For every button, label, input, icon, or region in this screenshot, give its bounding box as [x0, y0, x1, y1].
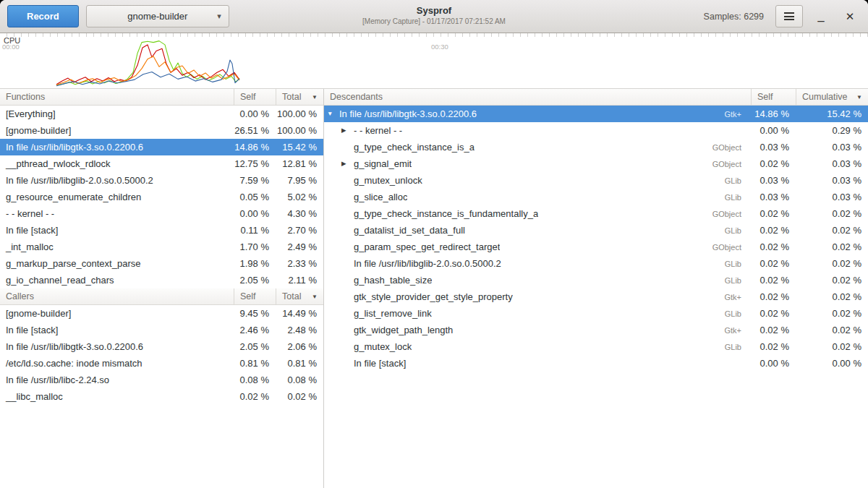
self-percent: 0.02 %: [234, 391, 276, 402]
function-row[interactable]: In file /usr/lib/libglib-2.0.so.0.5000.2…: [0, 172, 323, 189]
symbol-name: g_slice_alloc: [354, 192, 407, 202]
library-badge: GObject: [705, 243, 745, 252]
symbol-name: [gnome-builder]: [0, 308, 234, 319]
self-percent: 1.98 %: [234, 258, 276, 269]
descendant-row[interactable]: g_list_remove_linkGLib0.02 %0.02 %: [324, 305, 868, 322]
descendant-name-cell: In file /usr/lib/libglib-2.0.so.0.5000.2…: [324, 258, 751, 269]
self-percent: 0.02 %: [751, 258, 796, 269]
library-badge: GLib: [718, 260, 745, 268]
process-selector-dropdown[interactable]: gnome-builder ▾: [86, 5, 229, 27]
minimize-button[interactable]: –: [810, 6, 832, 27]
cumulative-percent: 0.02 %: [796, 325, 868, 335]
column-header-callers[interactable]: Callers: [0, 288, 234, 304]
cpu-usage-chart[interactable]: [0, 33, 868, 89]
self-percent: 0.81 %: [234, 358, 276, 369]
sysprof-window: Record gnome-builder ▾ Sysprof [Memory C…: [0, 0, 868, 488]
column-header-functions[interactable]: Functions: [0, 89, 234, 105]
descendant-row[interactable]: ▼In file /usr/lib/libgtk-3.so.0.2200.6Gt…: [324, 106, 868, 122]
function-row[interactable]: - - kernel - -0.00 %4.30 %: [0, 205, 323, 222]
descendant-name-cell: g_slice_allocGLib: [324, 192, 751, 202]
column-header-self[interactable]: Self: [751, 89, 796, 105]
self-percent: 0.00 %: [751, 358, 796, 369]
descendant-row[interactable]: g_hash_table_sizeGLib0.02 %0.02 %: [324, 272, 868, 288]
cpu-timeline[interactable]: CPU 00:00 00:30: [0, 33, 868, 89]
expander-closed-icon[interactable]: ▶: [341, 127, 354, 134]
function-row[interactable]: [gnome-builder]26.51 %100.00 %: [0, 122, 323, 139]
function-row[interactable]: g_markup_parse_context_parse1.98 %2.33 %: [0, 255, 323, 272]
symbol-name: _int_malloc: [0, 241, 234, 252]
function-row[interactable]: [Everything]0.00 %100.00 %: [0, 106, 323, 122]
column-header-self[interactable]: Self: [234, 288, 276, 304]
cumulative-percent: 0.02 %: [796, 341, 868, 352]
library-badge: GObject: [705, 160, 745, 168]
caller-row[interactable]: [gnome-builder]9.45 %14.49 %: [0, 305, 323, 322]
column-header-cumulative[interactable]: Cumulative ▼: [796, 89, 868, 105]
self-percent: 0.02 %: [751, 291, 796, 302]
cumulative-percent: 0.03 %: [796, 192, 868, 202]
function-row[interactable]: In file /usr/lib/libgtk-3.so.0.2200.614.…: [0, 139, 323, 155]
function-row[interactable]: __pthread_rwlock_rdlock12.75 %12.81 %: [0, 155, 323, 172]
descendant-row[interactable]: ▶g_signal_emitGObject0.02 %0.03 %: [324, 155, 868, 172]
descendant-row[interactable]: gtk_widget_path_lengthGtk+0.02 %0.02 %: [324, 322, 868, 338]
self-percent: 1.70 %: [234, 241, 276, 252]
cumulative-percent: 0.02 %: [796, 241, 868, 252]
descendant-row[interactable]: g_mutex_lockGLib0.02 %0.02 %: [324, 338, 868, 355]
descendant-row[interactable]: g_datalist_id_set_data_fullGLib0.02 %0.0…: [324, 222, 868, 239]
self-percent: 14.86 %: [751, 108, 796, 119]
expander-closed-icon[interactable]: ▶: [341, 160, 354, 167]
expander-open-icon[interactable]: ▼: [327, 111, 339, 117]
caller-row[interactable]: In file [stack]2.46 %2.48 %: [0, 322, 323, 338]
descendant-row[interactable]: gtk_style_provider_get_style_propertyGtk…: [324, 288, 868, 305]
descendant-row[interactable]: g_type_check_instance_is_aGObject0.03 %0…: [324, 139, 868, 155]
symbol-name: In file /usr/lib/libglib-2.0.so.0.5000.2: [0, 175, 234, 186]
column-header-descendants[interactable]: Descendants: [324, 89, 751, 105]
function-row[interactable]: _int_malloc1.70 %2.49 %: [0, 239, 323, 255]
close-button[interactable]: ✕: [839, 6, 861, 27]
cpu-series-cpu-orange: [56, 56, 239, 85]
function-row[interactable]: g_io_channel_read_chars2.05 %2.11 %: [0, 272, 323, 288]
total-percent: 0.81 %: [276, 358, 323, 369]
column-header-cumulative-label: Cumulative: [802, 92, 848, 102]
caller-row[interactable]: /etc/ld.so.cache: inode mismatch0.81 %0.…: [0, 355, 323, 372]
descendant-row[interactable]: g_mutex_unlockGLib0.03 %0.03 %: [324, 172, 868, 189]
cumulative-percent: 0.00 %: [796, 358, 868, 369]
total-percent: 100.00 %: [276, 108, 323, 119]
total-percent: 4.30 %: [276, 208, 323, 219]
descendant-row[interactable]: ▶- - kernel - -0.00 %0.29 %: [324, 122, 868, 139]
sort-descending-icon: ▼: [312, 94, 318, 100]
descendant-row[interactable]: g_slice_allocGLib0.03 %0.03 %: [324, 189, 868, 205]
cumulative-percent: 0.02 %: [796, 225, 868, 236]
self-percent: 0.02 %: [751, 341, 796, 352]
descendant-row[interactable]: In file /usr/lib/libglib-2.0.so.0.5000.2…: [324, 255, 868, 272]
library-badge: GLib: [718, 309, 745, 318]
headerbar: Record gnome-builder ▾ Sysprof [Memory C…: [0, 0, 868, 33]
functions-pane: Functions Self Total ▼ [Everything]0.00 …: [0, 89, 324, 488]
descendant-row[interactable]: In file [stack]0.00 %0.00 %: [324, 355, 868, 372]
descendant-row[interactable]: g_type_check_instance_is_fundamentally_a…: [324, 205, 868, 222]
descendant-name-cell: g_param_spec_get_redirect_targetGObject: [324, 241, 751, 252]
caller-row[interactable]: In file /usr/lib/libc-2.24.so0.08 %0.08 …: [0, 372, 323, 388]
descendant-row[interactable]: g_param_spec_get_redirect_targetGObject0…: [324, 239, 868, 255]
column-header-total[interactable]: Total ▼: [276, 288, 323, 304]
self-percent: 0.08 %: [234, 374, 276, 385]
record-button[interactable]: Record: [7, 5, 79, 27]
column-header-self[interactable]: Self: [234, 89, 276, 105]
symbol-name: g_param_spec_get_redirect_target: [354, 241, 500, 252]
self-percent: 0.02 %: [751, 208, 796, 219]
descendant-name-cell: ▼In file /usr/lib/libgtk-3.so.0.2200.6Gt…: [324, 108, 751, 119]
self-percent: 0.00 %: [234, 208, 276, 219]
symbol-name: g_type_check_instance_is_fundamentally_a: [354, 208, 538, 219]
function-row[interactable]: g_resource_enumerate_children0.05 %5.02 …: [0, 189, 323, 205]
caller-row[interactable]: In file /usr/lib/libgtk-3.so.0.2200.62.0…: [0, 338, 323, 355]
symbol-name: In file /usr/lib/libgtk-3.so.0.2200.6: [339, 108, 477, 119]
symbol-name: gtk_style_provider_get_style_property: [354, 291, 513, 302]
symbol-name: /etc/ld.so.cache: inode mismatch: [0, 358, 234, 369]
caller-row[interactable]: __libc_malloc0.02 %0.02 %: [0, 388, 323, 405]
function-row[interactable]: In file [stack]0.11 %2.70 %: [0, 222, 323, 239]
symbol-name: [Everything]: [0, 108, 234, 119]
menu-button[interactable]: [775, 5, 803, 27]
library-badge: GLib: [718, 226, 745, 235]
total-percent: 2.33 %: [276, 258, 323, 269]
cumulative-percent: 0.02 %: [796, 308, 868, 319]
column-header-total[interactable]: Total ▼: [276, 89, 323, 105]
